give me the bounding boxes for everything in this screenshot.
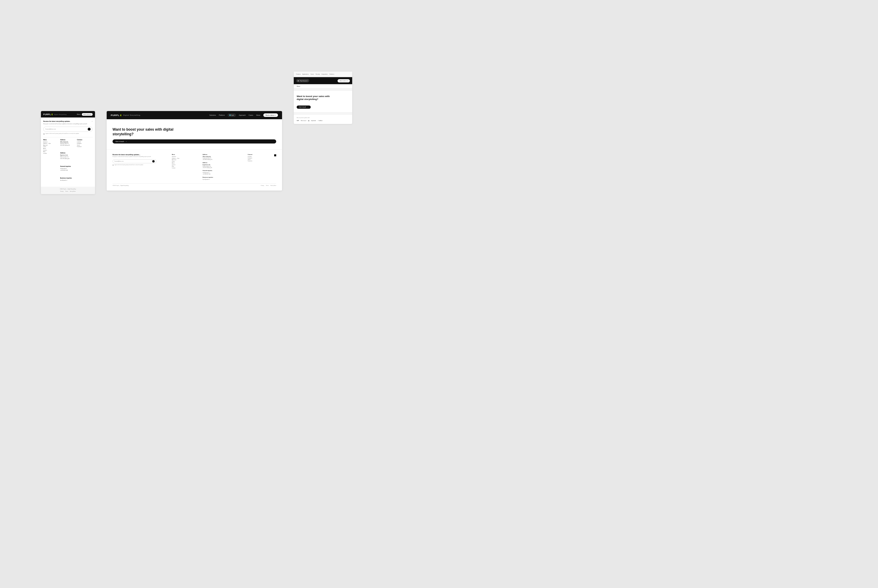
df-office-name: Office Suikersilo xyxy=(203,156,245,157)
mobile-footer-business-title: Business inquiries xyxy=(60,177,76,179)
df-address-col: Address Office Suikersilo Suikersilo-Wes… xyxy=(203,154,245,180)
df-facebook[interactable]: Facebook xyxy=(248,160,276,162)
footer-link-contact[interactable]: Contact xyxy=(43,153,59,154)
desktop-nav-solutions[interactable]: Solutions xyxy=(209,114,216,116)
df-menu-col: Menu Solutions Platform — Hyro Approach … xyxy=(172,154,200,180)
df-business-info: hyro@purple.nl xyxy=(203,179,245,180)
desktop-bottom-links: Privacy Terms Site by Niem xyxy=(261,185,276,186)
desktop-close-dot[interactable] xyxy=(274,154,276,156)
desktop-nav-cases[interactable]: Cases xyxy=(249,114,254,116)
play-icon: ▶ xyxy=(298,80,299,81)
wide-card: Features Applications Cases Security Int… xyxy=(294,72,352,124)
mobile-email-row xyxy=(43,126,93,132)
desktop-footer-grid: Receive the latest storytelling updates.… xyxy=(113,154,276,180)
wide-partners: We are proud to partner with: SAP Mamone… xyxy=(294,115,352,124)
wide-nav-cases[interactable]: Cases xyxy=(311,74,314,75)
df-general-title: General inquiries xyxy=(203,170,245,171)
mobile-newsletter-subtitle: Drop your e-mail and we'll send you upda… xyxy=(43,123,87,125)
wide-nav-integrations[interactable]: Integrations xyxy=(321,74,328,75)
desktop-siteby-link[interactable]: Site by Niem xyxy=(270,185,276,186)
wide-spacer xyxy=(294,88,352,91)
mobile-checkbox[interactable] xyxy=(43,133,45,135)
df-email-submit[interactable] xyxy=(152,160,155,162)
df-approach-link[interactable]: Approach xyxy=(172,159,200,160)
mobile-copyright: ©2022 Purple — Digital Storytelling. xyxy=(42,189,94,190)
df-solutions-link[interactable]: Solutions xyxy=(172,156,200,157)
wide-play-showreel-button[interactable]: ▶ Play Showreel xyxy=(296,79,309,82)
wide-book-demo-button[interactable]: Book a demo ▾ xyxy=(338,79,350,82)
df-lab-name: Experience Lab xyxy=(203,164,245,165)
mobile-menu-label[interactable]: Menu xyxy=(77,113,81,115)
df-connect-title: Connect xyxy=(248,154,276,155)
desktop-terms-link[interactable]: Terms xyxy=(266,185,269,186)
mobile-body: Receive the latest storytelling updates.… xyxy=(41,117,95,187)
wide-spacer-2 xyxy=(294,112,352,115)
df-careers-link[interactable]: Careers xyxy=(172,164,200,165)
desktop-get-in-touch-button[interactable]: Get in touch → xyxy=(113,140,276,144)
desktop-nav-approach[interactable]: Approach xyxy=(239,114,246,116)
df-vimeo[interactable]: Vimeo xyxy=(248,159,276,160)
desktop-privacy-link[interactable]: Privacy xyxy=(261,185,264,186)
connect-facebook[interactable]: Facebook xyxy=(77,146,93,148)
desktop-hero-title: Want to boost your sales with digital st… xyxy=(113,128,177,136)
mobile-bottom-bar: ©2022 Purple — Digital Storytelling. Pri… xyxy=(41,187,95,194)
desktop-bottom-bar: ©2022 Purple — Digital Storytelling. Pri… xyxy=(113,183,276,188)
mobile-siteby-link[interactable]: Site by Niem xyxy=(70,191,76,193)
df-platform-link[interactable]: Platform — Hyro xyxy=(172,158,200,159)
mobile-footer-address-office: Office Suikersilo Suikersilo-West 371165… xyxy=(60,141,76,146)
mobile-footer-business-info: hyro@purple.nl xyxy=(60,180,76,182)
mobile-logo-tagline: Digital Storytelling. xyxy=(54,114,67,115)
df-general-info: info@purple.nl+31 283 697 000 xyxy=(203,172,245,176)
mobile-footer-address: Address Office Suikersilo Suikersilo-Wes… xyxy=(60,139,76,182)
wide-get-in-touch-button[interactable]: Get in touch → xyxy=(297,105,311,109)
df-connect-col: Connect LinkedIn Instagram Vimeo Faceboo… xyxy=(248,154,276,180)
df-contact-link[interactable]: Contact xyxy=(172,168,200,169)
wide-book-arrow-icon: ▾ xyxy=(347,80,348,81)
df-blog-link[interactable]: Blog xyxy=(172,166,200,167)
df-cases-link[interactable]: Cases xyxy=(172,161,200,162)
mobile-footer-menu: Menu Solutions Platform — Hyro Approach … xyxy=(43,139,59,182)
mobile-privacy-link[interactable]: Privacy xyxy=(60,191,63,193)
df-office-address: Suikersilo-West 371165 MH Halfweg NL xyxy=(203,158,245,161)
wide-nav-solutions[interactable]: Solutions xyxy=(329,74,334,75)
df-address2-title: Address xyxy=(203,162,245,164)
df-about-link[interactable]: About xyxy=(172,162,200,164)
mobile-terms-link[interactable]: Terms xyxy=(66,191,68,193)
df-checkbox[interactable] xyxy=(113,165,114,166)
wide-hero: Want to boost your sales with digital st… xyxy=(294,91,352,112)
wide-nav-applications[interactable]: Applications xyxy=(303,74,309,75)
mobile-book-demo-button[interactable]: Book a demo ▾ xyxy=(82,113,93,116)
wide-get-in-touch-arrow-icon: → xyxy=(307,106,308,108)
desktop-nav-about[interactable]: About xyxy=(256,114,260,116)
desktop-footer: Receive the latest storytelling updates.… xyxy=(107,150,282,190)
wide-cta-strip: ▶ Play Showreel Book a demo ▾ xyxy=(294,77,352,84)
mobile-bottom-links: Privacy Terms Site by Niem xyxy=(42,191,94,193)
df-lab-address: Kalkovensplein 2a1765 PE Halfweg NL xyxy=(203,166,245,169)
df-email-input[interactable] xyxy=(114,161,152,162)
mobile-footer-general-title: General inquiries xyxy=(60,166,76,167)
desktop-copyright: ©2022 Purple — Digital Storytelling. xyxy=(113,185,129,186)
mobile-logo-text: PURPL xyxy=(43,113,51,116)
desktop-card: PURPLE Digital Storytelling. Solutions P… xyxy=(107,111,282,190)
mobile-footer-menu-title: Menu xyxy=(43,139,59,141)
wide-partners-logos: SAP Mamoney.nl H impressio ✓ redfour xyxy=(297,120,349,122)
mobile-footer-address-title: Address xyxy=(60,139,76,141)
desktop-book-demo-button[interactable]: Book a demo ▾ xyxy=(263,113,278,117)
wide-nav-security[interactable]: Security xyxy=(316,74,320,75)
df-instagram[interactable]: Instagram xyxy=(248,158,276,159)
mobile-footer-menu-items: Solutions Platform — Hyro Approach Cases… xyxy=(43,141,59,154)
df-checkbox-label: I agree to the terms & privacy policy an… xyxy=(114,164,144,165)
mobile-checkbox-label: I agree to the terms & privacy policy an… xyxy=(45,133,79,134)
partner-redfour: ✓ redfour xyxy=(318,120,323,121)
wide-about-link[interactable]: About xyxy=(294,84,352,88)
partner-ua: H xyxy=(308,120,309,122)
wide-nav-features[interactable]: Features xyxy=(296,74,301,75)
desktop-nav-platform[interactable]: Platform xyxy=(219,114,225,116)
hyro-dot xyxy=(230,114,231,116)
mobile-close-button[interactable]: × xyxy=(92,120,93,122)
mobile-email-submit[interactable] xyxy=(88,128,91,130)
df-linkedin[interactable]: LinkedIn xyxy=(248,156,276,157)
mobile-email-input[interactable] xyxy=(45,128,88,130)
mobile-logo-accent: E xyxy=(51,113,53,116)
desktop-logo-accent: E xyxy=(120,114,122,117)
